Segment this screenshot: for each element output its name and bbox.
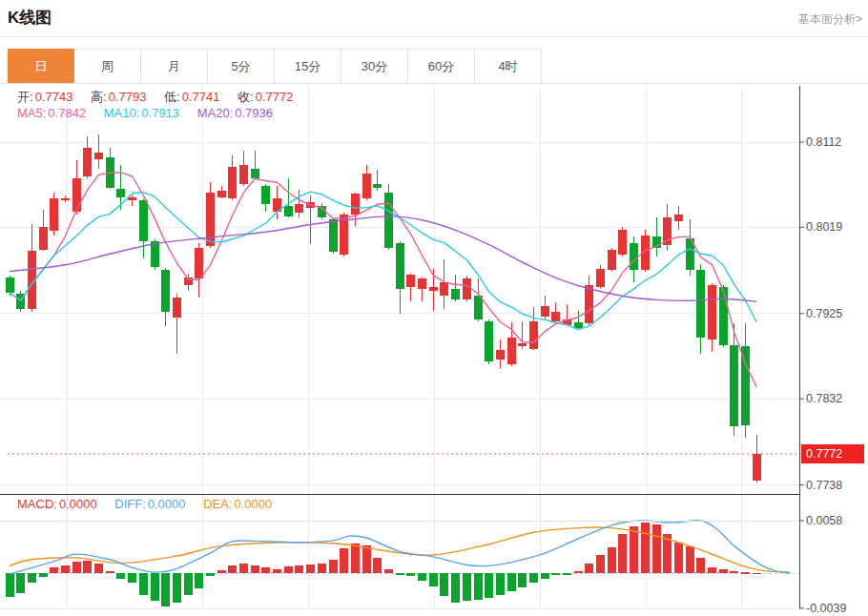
macd-bar [551, 573, 560, 575]
candle [284, 206, 293, 216]
candle [295, 204, 303, 213]
tab-month[interactable]: 月 [141, 49, 208, 83]
tab-4hour[interactable]: 4时 [475, 49, 542, 83]
candle [94, 153, 103, 160]
macd-bar [273, 569, 281, 573]
candle [128, 197, 136, 200]
tab-15min[interactable]: 15分 [275, 49, 341, 83]
candle [217, 191, 226, 197]
price-axis-label: 0.7925 [806, 307, 842, 320]
macd-bar [463, 573, 471, 601]
candle [440, 282, 448, 296]
macd-bar [574, 571, 583, 573]
macd-histogram [6, 523, 761, 606]
macd-bar [28, 573, 36, 583]
macd-bar [261, 567, 270, 573]
candle [351, 194, 360, 215]
candle [429, 287, 438, 291]
kline-chart[interactable]: 0.81120.80190.79250.78320.77380.0058-0.0… [0, 86, 868, 616]
macd-bar [318, 564, 326, 573]
macd-bar [708, 567, 716, 573]
macd-bar [730, 571, 738, 573]
macd-bar [384, 569, 393, 573]
candle [753, 454, 761, 481]
macd-bar [418, 573, 426, 581]
macd-bar [585, 564, 593, 573]
candle [61, 198, 70, 200]
macd-bar [641, 523, 650, 573]
macd-bar [373, 558, 382, 573]
macd-bar [239, 564, 248, 573]
candle [496, 350, 505, 359]
macd-bar [228, 565, 237, 574]
macd-bar [217, 570, 226, 573]
macd-bar [541, 573, 549, 579]
candle [618, 230, 627, 255]
price-axis-label: 0.7738 [806, 479, 842, 492]
indicator-lines [10, 173, 790, 574]
macd-bar [474, 573, 483, 600]
candle [384, 193, 393, 248]
candle [507, 338, 516, 364]
tab-60min[interactable]: 60分 [408, 49, 475, 83]
candle [195, 248, 203, 279]
macd-bar [608, 547, 616, 574]
macd-bar [16, 573, 25, 593]
macd-bar [195, 573, 203, 588]
timeframe-tabbar: 日周月5分15分30分60分4时 [0, 49, 868, 84]
macd-bar [50, 567, 58, 573]
macd-bar [618, 534, 627, 573]
macd-bar [6, 573, 14, 597]
candle [696, 270, 705, 338]
macd-bar [206, 573, 215, 576]
candle [551, 312, 560, 321]
macd-bar [173, 573, 181, 603]
candle [596, 269, 605, 287]
candle [261, 186, 270, 204]
candles-layer[interactable] [6, 134, 761, 482]
tab-week[interactable]: 周 [74, 49, 141, 83]
macd-bar [630, 526, 638, 573]
diff-line [10, 521, 790, 574]
fundamental-analysis-link[interactable]: 基本面分析> [798, 11, 862, 28]
macd-bar [295, 565, 303, 574]
candle [406, 275, 415, 288]
candle [719, 287, 728, 345]
macd-bar [72, 562, 81, 573]
macd-bar [94, 564, 103, 573]
tab-5min[interactable]: 5分 [208, 49, 275, 83]
macd-bar [696, 558, 705, 573]
candle [362, 174, 371, 198]
macd-bar [396, 573, 404, 575]
candle [251, 169, 259, 178]
grid-layer [0, 86, 799, 608]
macd-bar [741, 572, 750, 574]
candle [541, 306, 549, 317]
macd-bar [306, 565, 315, 574]
macd-bar [485, 573, 493, 598]
candle [228, 167, 237, 198]
candle [329, 219, 338, 253]
tab-30min[interactable]: 30分 [341, 49, 408, 83]
candle [116, 189, 125, 197]
macd-bar [139, 573, 148, 595]
macd-bar [406, 573, 415, 576]
candle [72, 178, 81, 213]
chart-svg[interactable]: 0.81120.80190.79250.78320.77380.0058-0.0… [0, 86, 868, 616]
macd-bar [686, 546, 694, 573]
candle [396, 243, 404, 289]
macd-bar [106, 571, 114, 573]
macd-bar [128, 573, 136, 583]
candle [529, 321, 538, 350]
macd-bar [496, 573, 505, 595]
macd-bar [116, 573, 125, 579]
candle [741, 346, 750, 425]
price-axis-label: 0.8112 [806, 135, 841, 149]
candle [574, 322, 583, 329]
timeframe-tabs: 日周月5分15分30分60分4时 [8, 49, 868, 83]
tab-day[interactable]: 日 [8, 49, 74, 83]
macd-bar [518, 573, 527, 587]
candle [161, 270, 170, 312]
candle [39, 227, 48, 250]
macd-bar [39, 573, 48, 577]
